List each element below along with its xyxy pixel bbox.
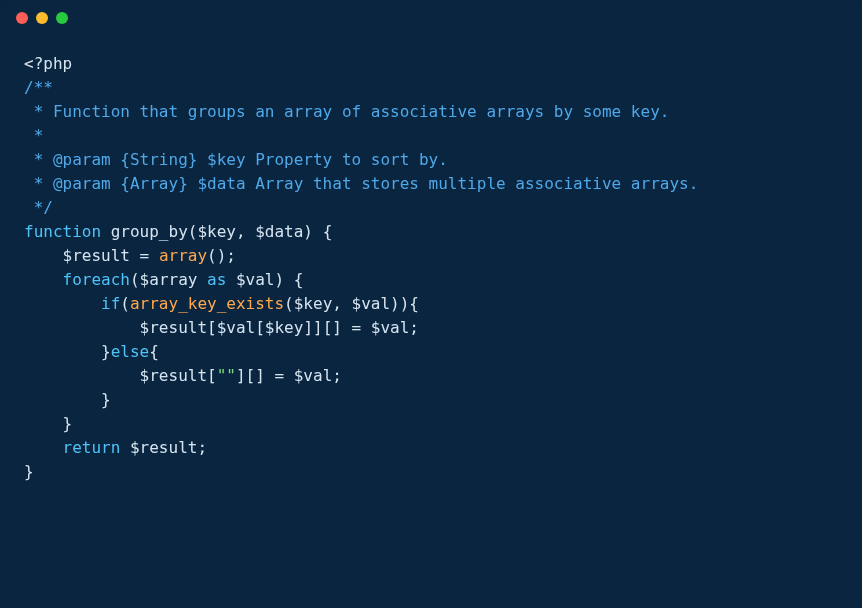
code-builtin: array_key_exists — [130, 294, 284, 313]
code-var: $array — [140, 270, 198, 289]
code-keyword: else — [111, 342, 150, 361]
titlebar — [0, 0, 862, 36]
code-var: $result — [130, 438, 197, 457]
code-comment: * Function that groups an array of assoc… — [24, 102, 669, 121]
code-var: $result — [140, 366, 207, 385]
code-token: (); — [207, 246, 236, 265]
code-var: $key — [265, 318, 304, 337]
minimize-icon — [36, 12, 48, 24]
code-comment: /** — [24, 78, 53, 97]
code-var: $result — [63, 246, 130, 265]
code-var: $val — [371, 318, 410, 337]
code-comment: * @param {String} $key Property to sort … — [24, 150, 448, 169]
code-var: $key — [197, 222, 236, 241]
code-token: ) { — [303, 222, 332, 241]
code-keyword: function — [24, 222, 101, 241]
code-token — [197, 270, 207, 289]
code-token — [120, 438, 130, 457]
code-window: <?php/** * Function that groups an array… — [0, 0, 862, 608]
code-token: ( — [284, 294, 294, 313]
code-token: ) { — [274, 270, 303, 289]
code-token: ; — [197, 438, 207, 457]
code-token: [ — [207, 318, 217, 337]
code-var: $val — [217, 318, 256, 337]
code-var: $val — [352, 294, 391, 313]
code-var: $result — [140, 318, 207, 337]
code-var: $key — [294, 294, 333, 313]
code-token: [ — [207, 366, 217, 385]
code-comment: * @param {Array} $data Array that stores… — [24, 174, 698, 193]
code-keyword: as — [207, 270, 226, 289]
code-token: [ — [255, 318, 265, 337]
code-token: group_by( — [101, 222, 197, 241]
close-icon — [16, 12, 28, 24]
code-token: } — [24, 390, 111, 409]
code-token: ]][] = — [303, 318, 370, 337]
code-token — [226, 270, 236, 289]
code-keyword: return — [63, 438, 121, 457]
code-token: , — [236, 222, 255, 241]
code-token — [24, 438, 63, 457]
code-token — [24, 366, 140, 385]
code-token: ; — [332, 366, 342, 385]
code-token: } — [24, 462, 34, 481]
code-token: ][] = — [236, 366, 294, 385]
maximize-icon — [56, 12, 68, 24]
code-var: $val — [294, 366, 333, 385]
code-keyword: if — [101, 294, 120, 313]
code-token — [24, 294, 101, 313]
code-token: <?php — [24, 54, 72, 73]
code-token: ( — [120, 294, 130, 313]
code-token: } — [24, 342, 111, 361]
code-token: ( — [130, 270, 140, 289]
code-token — [24, 318, 140, 337]
code-keyword: foreach — [63, 270, 130, 289]
code-var: $val — [236, 270, 275, 289]
code-comment: */ — [24, 198, 53, 217]
code-token: )){ — [390, 294, 419, 313]
code-token: = — [130, 246, 159, 265]
code-builtin: array — [159, 246, 207, 265]
code-token — [24, 270, 63, 289]
code-block: <?php/** * Function that groups an array… — [0, 36, 862, 508]
code-token — [24, 246, 63, 265]
code-string: "" — [217, 366, 236, 385]
code-token: ; — [409, 318, 419, 337]
code-token: } — [24, 414, 72, 433]
code-token: { — [149, 342, 159, 361]
code-token: , — [332, 294, 351, 313]
code-comment: * — [24, 126, 43, 145]
code-var: $data — [255, 222, 303, 241]
